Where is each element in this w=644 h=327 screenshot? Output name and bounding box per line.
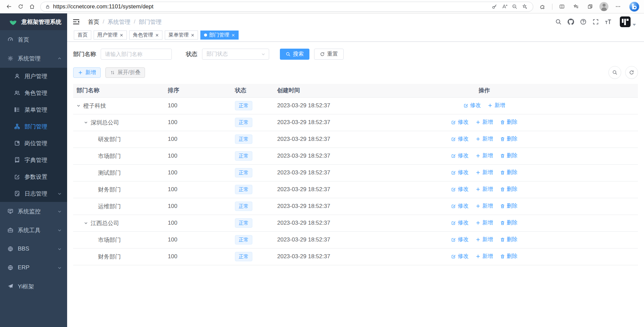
sidebar-item-logs[interactable]: 日志管理 (0, 185, 67, 202)
favorites-button[interactable] (571, 2, 581, 12)
row-delete-link[interactable]: 删除 (500, 169, 517, 176)
help-icon[interactable] (580, 18, 587, 25)
browser-settings-button[interactable] (613, 2, 623, 12)
sidebar-item-departments[interactable]: 部门管理 (0, 118, 67, 135)
password-manager-button[interactable] (489, 2, 499, 11)
hide-search-button[interactable] (608, 66, 621, 79)
tab-menu-management[interactable]: 菜单管理 (165, 31, 198, 40)
expand-row-arrow[interactable] (84, 120, 91, 124)
row-add-link[interactable]: 新增 (476, 135, 493, 143)
expand-row-arrow[interactable] (77, 104, 83, 108)
sidebar-item-monitor[interactable]: 系统监控 (0, 202, 67, 221)
browser-refresh-button[interactable] (15, 2, 26, 12)
row-edit-link[interactable]: 修改 (451, 253, 468, 260)
collections-button[interactable] (585, 2, 595, 12)
add-dept-button[interactable]: 新增 (73, 67, 101, 78)
row-edit-link[interactable]: 修改 (451, 119, 468, 126)
header-search-icon[interactable] (555, 18, 562, 25)
refresh-table-button[interactable] (625, 66, 638, 79)
sidebar-item-dict[interactable]: 字典管理 (0, 152, 67, 168)
row-delete-link[interactable]: 删除 (500, 135, 517, 143)
sidebar-item-tools[interactable]: 系统工具 (0, 221, 67, 239)
sidebar-item-users[interactable]: 用户管理 (0, 68, 67, 85)
row-delete-link[interactable]: 删除 (500, 219, 517, 226)
zoom-out-button[interactable] (509, 2, 519, 11)
tab-role-management[interactable]: 角色管理 (129, 31, 162, 40)
table-header-row: 部门名称 排序 状态 创建时间 操作 (73, 84, 638, 97)
row-delete-link[interactable]: 删除 (500, 119, 517, 126)
read-aloud-button[interactable] (499, 2, 509, 11)
row-delete-link[interactable]: 删除 (500, 186, 517, 193)
browser-profile-avatar[interactable] (599, 2, 608, 11)
row-edit-link[interactable]: 修改 (451, 186, 468, 193)
row-delete-link[interactable]: 删除 (500, 253, 517, 260)
tab-dept-management[interactable]: 部门管理 (200, 31, 239, 40)
status-badge: 正常 (235, 151, 252, 161)
row-edit-link[interactable]: 修改 (451, 203, 468, 210)
sidebar-item-menus[interactable]: 菜单管理 (0, 101, 67, 118)
row-edit-link[interactable]: 修改 (451, 236, 468, 243)
sidebar-item-roles[interactable]: 角色管理 (0, 85, 67, 101)
split-screen-button[interactable] (557, 2, 566, 12)
browser-home-button[interactable] (26, 2, 38, 12)
close-icon[interactable] (191, 34, 194, 37)
search-button[interactable]: 搜索 (280, 49, 309, 60)
dept-name-input[interactable] (101, 49, 172, 60)
monitor-icon (7, 208, 13, 214)
address-bar[interactable]: https://ccnetcore.com:1101/system/dept (40, 2, 533, 12)
reset-button[interactable]: 重置 (314, 49, 344, 60)
collapse-sidebar-icon[interactable] (72, 18, 80, 25)
sidebar-item-yi-framework[interactable]: Yi框架 (0, 277, 67, 296)
close-icon[interactable] (155, 34, 159, 37)
user-menu[interactable] (620, 16, 636, 27)
row-add-link[interactable]: 新增 (476, 186, 493, 193)
row-edit-link[interactable]: 修改 (451, 219, 468, 226)
row-add-link[interactable]: 新增 (488, 102, 505, 109)
expand-row-arrow[interactable] (84, 221, 91, 225)
sidebar-item-erp[interactable]: ERP (0, 258, 67, 277)
row-add-link[interactable]: 新增 (476, 219, 493, 226)
fullscreen-icon[interactable] (592, 18, 599, 25)
row-add-link[interactable]: 新增 (476, 253, 493, 260)
font-size-icon[interactable] (605, 18, 611, 25)
row-edit-link[interactable]: 修改 (451, 152, 468, 159)
row-edit-link[interactable]: 修改 (451, 135, 468, 143)
app-logo[interactable]: 意框架管理系统 (0, 13, 67, 30)
sidebar-item-posts[interactable]: 岗位管理 (0, 135, 67, 152)
sidebar-item-bbs[interactable]: BBS (0, 239, 67, 258)
row-add-link[interactable]: 新增 (476, 119, 493, 126)
github-icon[interactable] (567, 18, 574, 25)
dept-sort: 100 (164, 215, 232, 231)
copilot-button[interactable] (629, 2, 639, 12)
col-sort: 排序 (164, 84, 232, 97)
close-icon[interactable] (120, 34, 123, 37)
extensions-button[interactable] (538, 2, 547, 12)
sidebar-item-home[interactable]: 首页 (0, 30, 67, 49)
browser-back-button[interactable] (3, 2, 15, 12)
caret-down-icon (633, 24, 636, 26)
tab-user-management[interactable]: 用户管理 (94, 31, 127, 40)
url-text[interactable]: https://ccnetcore.com:1101/system/dept (53, 3, 489, 10)
row-edit-link[interactable]: 修改 (451, 169, 468, 176)
chevron-down-icon (261, 52, 265, 56)
row-delete-link[interactable]: 删除 (500, 236, 517, 243)
expand-collapse-button[interactable]: 展开/折叠 (105, 67, 145, 78)
row-add-link[interactable]: 新增 (476, 169, 493, 176)
breadcrumb-home[interactable]: 首页 (88, 18, 99, 26)
add-favorite-button[interactable] (519, 2, 530, 11)
sidebar-item-system[interactable]: 系统管理 (0, 49, 67, 68)
row-add-link[interactable]: 新增 (476, 152, 493, 159)
row-add-link[interactable]: 新增 (476, 203, 493, 210)
row-delete-link[interactable]: 删除 (500, 152, 517, 159)
col-actions: 操作 (429, 84, 540, 97)
table-row: 橙子科技 100 正常 2023-03-29 18:52:37 修改 新增 (73, 97, 638, 114)
sidebar-item-params[interactable]: 参数设置 (0, 168, 67, 185)
tab-home[interactable]: 首页 (74, 31, 91, 40)
status-select[interactable]: 部门状态 (202, 49, 269, 60)
row-add-link[interactable]: 新增 (476, 236, 493, 243)
row-delete-link[interactable]: 删除 (500, 203, 517, 210)
tab-label: 用户管理 (97, 32, 117, 38)
close-icon[interactable] (232, 34, 235, 37)
table-row: 市场部门 100 正常 2023-03-29 18:52:37 修改 新增 删除 (73, 231, 638, 248)
row-edit-link[interactable]: 修改 (463, 102, 481, 109)
